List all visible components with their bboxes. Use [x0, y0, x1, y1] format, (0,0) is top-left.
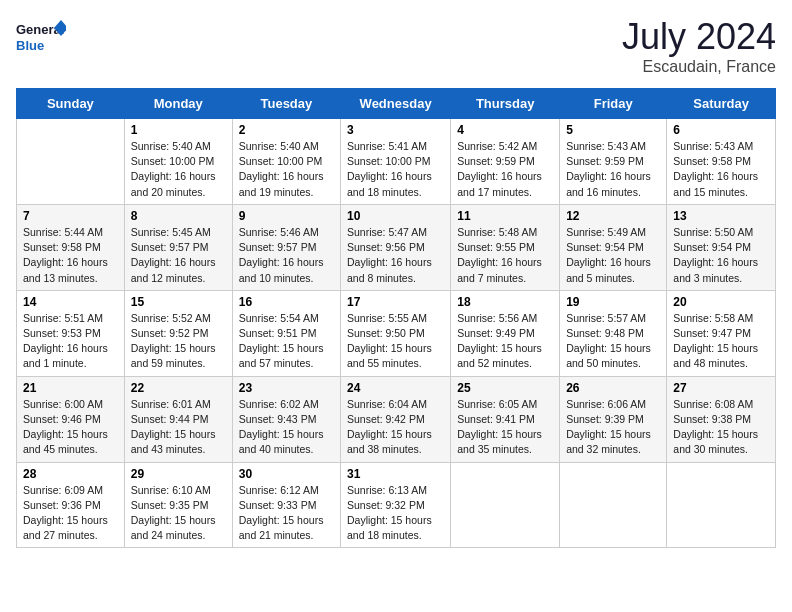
day-info: Sunrise: 6:08 AMSunset: 9:38 PMDaylight:… [673, 397, 769, 458]
day-info: Sunrise: 5:57 AMSunset: 9:48 PMDaylight:… [566, 311, 660, 372]
col-header-wednesday: Wednesday [341, 89, 451, 119]
day-cell: 15Sunrise: 5:52 AMSunset: 9:52 PMDayligh… [124, 290, 232, 376]
day-cell: 9Sunrise: 5:46 AMSunset: 9:57 PMDaylight… [232, 204, 340, 290]
day-number: 1 [131, 123, 226, 137]
day-info: Sunrise: 6:05 AMSunset: 9:41 PMDaylight:… [457, 397, 553, 458]
day-cell: 6Sunrise: 5:43 AMSunset: 9:58 PMDaylight… [667, 119, 776, 205]
day-info: Sunrise: 5:56 AMSunset: 9:49 PMDaylight:… [457, 311, 553, 372]
col-header-tuesday: Tuesday [232, 89, 340, 119]
day-info: Sunrise: 5:43 AMSunset: 9:58 PMDaylight:… [673, 139, 769, 200]
day-info: Sunrise: 6:02 AMSunset: 9:43 PMDaylight:… [239, 397, 334, 458]
day-info: Sunrise: 6:10 AMSunset: 9:35 PMDaylight:… [131, 483, 226, 544]
day-cell: 16Sunrise: 5:54 AMSunset: 9:51 PMDayligh… [232, 290, 340, 376]
day-info: Sunrise: 6:13 AMSunset: 9:32 PMDaylight:… [347, 483, 444, 544]
day-cell: 20Sunrise: 5:58 AMSunset: 9:47 PMDayligh… [667, 290, 776, 376]
day-cell: 22Sunrise: 6:01 AMSunset: 9:44 PMDayligh… [124, 376, 232, 462]
day-info: Sunrise: 5:55 AMSunset: 9:50 PMDaylight:… [347, 311, 444, 372]
day-cell: 26Sunrise: 6:06 AMSunset: 9:39 PMDayligh… [560, 376, 667, 462]
day-info: Sunrise: 5:52 AMSunset: 9:52 PMDaylight:… [131, 311, 226, 372]
col-header-thursday: Thursday [451, 89, 560, 119]
day-number: 4 [457, 123, 553, 137]
day-cell: 27Sunrise: 6:08 AMSunset: 9:38 PMDayligh… [667, 376, 776, 462]
day-info: Sunrise: 5:41 AMSunset: 10:00 PMDaylight… [347, 139, 444, 200]
logo: General Blue [16, 16, 66, 60]
day-number: 28 [23, 467, 118, 481]
day-cell [560, 462, 667, 548]
day-info: Sunrise: 5:44 AMSunset: 9:58 PMDaylight:… [23, 225, 118, 286]
header-row: SundayMondayTuesdayWednesdayThursdayFrid… [17, 89, 776, 119]
day-number: 23 [239, 381, 334, 395]
week-row-4: 21Sunrise: 6:00 AMSunset: 9:46 PMDayligh… [17, 376, 776, 462]
day-number: 19 [566, 295, 660, 309]
day-number: 5 [566, 123, 660, 137]
day-info: Sunrise: 5:40 AMSunset: 10:00 PMDaylight… [239, 139, 334, 200]
day-cell: 2Sunrise: 5:40 AMSunset: 10:00 PMDayligh… [232, 119, 340, 205]
day-info: Sunrise: 5:43 AMSunset: 9:59 PMDaylight:… [566, 139, 660, 200]
day-number: 12 [566, 209, 660, 223]
col-header-sunday: Sunday [17, 89, 125, 119]
day-info: Sunrise: 6:12 AMSunset: 9:33 PMDaylight:… [239, 483, 334, 544]
day-number: 13 [673, 209, 769, 223]
day-cell [451, 462, 560, 548]
day-info: Sunrise: 6:09 AMSunset: 9:36 PMDaylight:… [23, 483, 118, 544]
day-number: 20 [673, 295, 769, 309]
day-cell: 30Sunrise: 6:12 AMSunset: 9:33 PMDayligh… [232, 462, 340, 548]
subtitle: Escaudain, France [622, 58, 776, 76]
day-cell: 7Sunrise: 5:44 AMSunset: 9:58 PMDaylight… [17, 204, 125, 290]
day-number: 27 [673, 381, 769, 395]
main-title: July 2024 [622, 16, 776, 58]
day-cell: 13Sunrise: 5:50 AMSunset: 9:54 PMDayligh… [667, 204, 776, 290]
day-info: Sunrise: 5:48 AMSunset: 9:55 PMDaylight:… [457, 225, 553, 286]
day-info: Sunrise: 5:58 AMSunset: 9:47 PMDaylight:… [673, 311, 769, 372]
day-cell: 1Sunrise: 5:40 AMSunset: 10:00 PMDayligh… [124, 119, 232, 205]
day-number: 29 [131, 467, 226, 481]
day-cell: 24Sunrise: 6:04 AMSunset: 9:42 PMDayligh… [341, 376, 451, 462]
day-number: 22 [131, 381, 226, 395]
day-info: Sunrise: 5:54 AMSunset: 9:51 PMDaylight:… [239, 311, 334, 372]
day-cell: 8Sunrise: 5:45 AMSunset: 9:57 PMDaylight… [124, 204, 232, 290]
day-number: 9 [239, 209, 334, 223]
day-number: 14 [23, 295, 118, 309]
day-cell: 29Sunrise: 6:10 AMSunset: 9:35 PMDayligh… [124, 462, 232, 548]
day-info: Sunrise: 5:49 AMSunset: 9:54 PMDaylight:… [566, 225, 660, 286]
day-number: 2 [239, 123, 334, 137]
day-cell: 14Sunrise: 5:51 AMSunset: 9:53 PMDayligh… [17, 290, 125, 376]
day-number: 10 [347, 209, 444, 223]
day-number: 3 [347, 123, 444, 137]
title-area: July 2024 Escaudain, France [622, 16, 776, 76]
day-number: 16 [239, 295, 334, 309]
day-number: 7 [23, 209, 118, 223]
day-cell: 31Sunrise: 6:13 AMSunset: 9:32 PMDayligh… [341, 462, 451, 548]
day-cell: 5Sunrise: 5:43 AMSunset: 9:59 PMDaylight… [560, 119, 667, 205]
day-cell: 12Sunrise: 5:49 AMSunset: 9:54 PMDayligh… [560, 204, 667, 290]
logo-svg: General Blue [16, 16, 66, 60]
day-info: Sunrise: 5:42 AMSunset: 9:59 PMDaylight:… [457, 139, 553, 200]
day-cell: 19Sunrise: 5:57 AMSunset: 9:48 PMDayligh… [560, 290, 667, 376]
col-header-monday: Monday [124, 89, 232, 119]
day-info: Sunrise: 5:45 AMSunset: 9:57 PMDaylight:… [131, 225, 226, 286]
day-number: 25 [457, 381, 553, 395]
day-cell: 4Sunrise: 5:42 AMSunset: 9:59 PMDaylight… [451, 119, 560, 205]
day-info: Sunrise: 5:46 AMSunset: 9:57 PMDaylight:… [239, 225, 334, 286]
day-cell: 11Sunrise: 5:48 AMSunset: 9:55 PMDayligh… [451, 204, 560, 290]
day-cell: 25Sunrise: 6:05 AMSunset: 9:41 PMDayligh… [451, 376, 560, 462]
week-row-5: 28Sunrise: 6:09 AMSunset: 9:36 PMDayligh… [17, 462, 776, 548]
day-cell: 17Sunrise: 5:55 AMSunset: 9:50 PMDayligh… [341, 290, 451, 376]
col-header-friday: Friday [560, 89, 667, 119]
day-info: Sunrise: 5:47 AMSunset: 9:56 PMDaylight:… [347, 225, 444, 286]
header: General Blue July 2024 Escaudain, France [16, 16, 776, 76]
day-info: Sunrise: 5:50 AMSunset: 9:54 PMDaylight:… [673, 225, 769, 286]
day-info: Sunrise: 6:04 AMSunset: 9:42 PMDaylight:… [347, 397, 444, 458]
day-cell: 23Sunrise: 6:02 AMSunset: 9:43 PMDayligh… [232, 376, 340, 462]
day-number: 17 [347, 295, 444, 309]
day-info: Sunrise: 6:00 AMSunset: 9:46 PMDaylight:… [23, 397, 118, 458]
day-cell: 10Sunrise: 5:47 AMSunset: 9:56 PMDayligh… [341, 204, 451, 290]
calendar-table: SundayMondayTuesdayWednesdayThursdayFrid… [16, 88, 776, 548]
day-number: 11 [457, 209, 553, 223]
day-info: Sunrise: 5:40 AMSunset: 10:00 PMDaylight… [131, 139, 226, 200]
day-number: 18 [457, 295, 553, 309]
day-number: 8 [131, 209, 226, 223]
day-number: 6 [673, 123, 769, 137]
day-number: 31 [347, 467, 444, 481]
day-cell: 21Sunrise: 6:00 AMSunset: 9:46 PMDayligh… [17, 376, 125, 462]
